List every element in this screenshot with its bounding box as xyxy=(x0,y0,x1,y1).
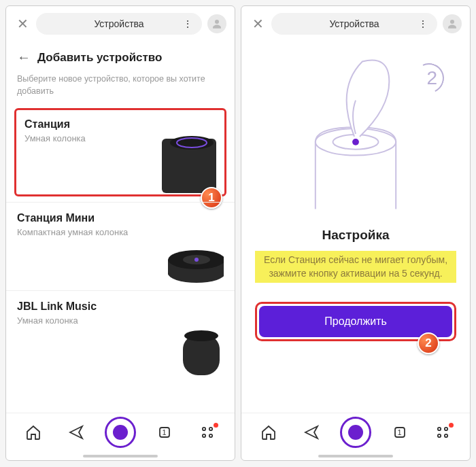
setup-hint: Если Станция сейчас не мигает голубым, з… xyxy=(255,251,456,283)
nav-alice-icon[interactable] xyxy=(340,417,371,448)
header-title: Устройства xyxy=(94,18,143,29)
device-sub: Умная колонка xyxy=(17,315,97,326)
title-pill[interactable]: Устройства ⋮ xyxy=(271,13,437,35)
svg-point-21 xyxy=(438,427,441,430)
nav-alice-icon[interactable] xyxy=(105,417,136,448)
home-indicator xyxy=(318,455,393,457)
title-pill[interactable]: Устройства ⋮ xyxy=(36,13,202,35)
setup-body: 2 Настройка Если Станция сейчас не мигае… xyxy=(241,41,470,413)
topbar: ✕ Устройства ⋮ xyxy=(241,6,470,41)
device-sub: Компактная умная колонка xyxy=(17,227,128,237)
nav-tabs-icon[interactable]: 1 xyxy=(150,417,180,447)
avatar[interactable] xyxy=(207,14,226,33)
close-icon[interactable]: ✕ xyxy=(14,16,31,32)
home-indicator xyxy=(83,455,158,457)
svg-point-16 xyxy=(450,20,454,24)
svg-point-0 xyxy=(215,20,219,24)
close-icon[interactable]: ✕ xyxy=(250,16,266,32)
avatar[interactable] xyxy=(443,14,462,33)
notification-dot xyxy=(449,423,454,428)
bottom-nav: 1 xyxy=(6,413,235,451)
device-image xyxy=(141,118,216,193)
screen-setup: ✕ Устройства ⋮ 2 Настройка Если Станция … xyxy=(241,5,471,461)
screen-add-device: ✕ Устройства ⋮ ← Добавить устройство Выб… xyxy=(5,5,235,461)
svg-point-13 xyxy=(209,427,212,430)
setup-title: Настройка xyxy=(322,228,389,243)
device-image xyxy=(149,212,224,287)
setup-illustration: 2 xyxy=(255,47,456,224)
nav-services-icon[interactable] xyxy=(428,417,458,447)
instruction-text: Выберите новое устройство, которое вы хо… xyxy=(6,73,235,105)
back-icon[interactable]: ← xyxy=(17,50,31,65)
header-title: Устройства xyxy=(329,18,379,29)
device-name: JBL Link Music xyxy=(17,300,97,313)
device-name: Станция xyxy=(24,118,86,131)
svg-point-24 xyxy=(445,434,447,436)
svg-point-15 xyxy=(209,434,212,436)
svg-point-19 xyxy=(352,139,359,145)
nav-send-icon[interactable] xyxy=(296,417,326,447)
nav-tabs-icon[interactable]: 1 xyxy=(385,417,415,447)
svg-point-8 xyxy=(194,258,199,262)
device-card-jbl[interactable]: JBL Link Music Умная колонка xyxy=(6,290,235,379)
nav-home-icon[interactable] xyxy=(254,417,284,447)
device-list: Станция Умная колонка 1 Станция Мини Ком… xyxy=(6,105,235,413)
svg-point-14 xyxy=(203,434,205,436)
nav-home-icon[interactable] xyxy=(18,417,48,447)
topbar: ✕ Устройства ⋮ xyxy=(6,6,235,41)
subheader: ← Добавить устройство xyxy=(6,41,235,73)
svg-point-22 xyxy=(445,427,447,430)
device-card-station-mini[interactable]: Станция Мини Компактная умная колонка xyxy=(6,202,235,290)
svg-point-12 xyxy=(203,427,205,430)
bottom-nav: 1 xyxy=(241,413,470,451)
device-card-station[interactable]: Станция Умная колонка xyxy=(14,108,226,196)
continue-button[interactable]: Продолжить xyxy=(259,306,452,337)
continue-highlight: Продолжить 2 xyxy=(255,302,456,341)
notification-dot xyxy=(214,423,218,428)
more-icon[interactable]: ⋮ xyxy=(418,18,428,29)
step-badge-2: 2 xyxy=(418,332,439,354)
svg-point-23 xyxy=(438,434,441,436)
nav-send-icon[interactable] xyxy=(61,417,91,447)
device-image xyxy=(149,300,224,375)
svg-point-10 xyxy=(184,330,218,341)
more-icon[interactable]: ⋮ xyxy=(183,18,192,29)
device-name: Станция Мини xyxy=(17,212,128,224)
nav-services-icon[interactable] xyxy=(192,417,222,447)
device-sub: Умная колонка xyxy=(24,133,86,143)
page-title: Добавить устройство xyxy=(37,51,162,65)
step-number: 2 xyxy=(426,67,437,89)
